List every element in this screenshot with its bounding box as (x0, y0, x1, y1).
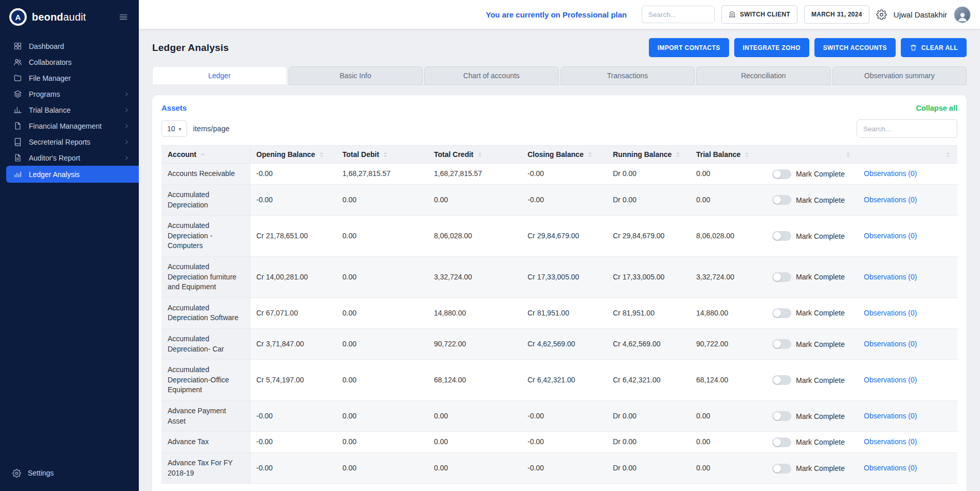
observations-link[interactable]: Observations (0) (864, 340, 917, 348)
switch-accounts-button[interactable]: SWITCH ACCOUNTS (814, 38, 896, 57)
running-balance-cell: Cr 4,62,569.00 (607, 329, 690, 360)
mark-complete-toggle[interactable] (772, 437, 791, 447)
clear-all-button[interactable]: CLEAR ALL (901, 38, 967, 57)
brand-logo[interactable]: A beondaudit (9, 8, 86, 26)
column-header-running-balance[interactable]: Running Balance (607, 146, 690, 164)
sidebar-item-auditor-s-report[interactable]: Auditor's Report (0, 150, 139, 166)
observations-cell: Observations (0) (858, 185, 957, 216)
switch-client-button[interactable]: SWITCH CLIENT (721, 5, 797, 24)
sidebar-item-financial-management[interactable]: Financial Management (0, 118, 139, 134)
integrate-zoho-button[interactable]: INTEGRATE ZOHO (734, 38, 809, 57)
column-header-total-credit[interactable]: Total Credit (428, 146, 521, 164)
opening-balance-cell: -0.00 (250, 401, 336, 432)
gear-icon[interactable] (876, 9, 887, 20)
column-header-total-debit[interactable]: Total Debit (336, 146, 428, 164)
mark-complete-toggle[interactable] (772, 339, 791, 349)
user-name: Ujwal Dastakhir (894, 10, 947, 19)
toggle-knob (773, 170, 781, 178)
tab-label: Reconciliation (741, 72, 786, 80)
chevron-right-icon (123, 91, 130, 97)
mark-complete-toggle[interactable] (772, 411, 791, 421)
mark-complete-toggle[interactable] (772, 272, 791, 282)
mark-complete-cell: Mark Complete (766, 329, 858, 360)
sidebar-item-label: Programs (29, 90, 60, 98)
observations-link[interactable]: Observations (0) (864, 309, 917, 317)
closing-balance-cell: Cr 29,84,679.00 (521, 216, 607, 257)
report-icon (13, 153, 22, 162)
observations-cell: Observations (0) (858, 257, 957, 298)
observations-link[interactable]: Observations (0) (864, 169, 917, 178)
column-header-trial-balance[interactable]: Trial Balance (690, 146, 766, 164)
sidebar-item-ledger-analysis[interactable]: Ledger Analysis (6, 166, 139, 183)
global-search-input[interactable] (642, 6, 715, 23)
mark-complete-cell: Mark Complete (766, 164, 858, 185)
table-row: Advance Tax For FY 2018-19-0.000.000.00-… (161, 453, 957, 484)
tab-transactions[interactable]: Transactions (560, 66, 695, 85)
mark-complete-cell: Mark Complete (766, 432, 858, 453)
mark-complete-toggle[interactable] (772, 308, 791, 318)
mark-complete-toggle[interactable] (772, 195, 791, 205)
tab-reconciliation[interactable]: Reconciliation (696, 66, 831, 85)
column-header-opening-balance[interactable]: Opening Balance (250, 146, 336, 164)
total-credit-cell: 0.00 (428, 401, 521, 432)
opening-balance-cell: Cr 3,71,847.00 (250, 329, 336, 360)
total-credit-cell: 0.00 (428, 432, 521, 453)
observations-link[interactable]: Observations (0) (864, 232, 917, 240)
observations-link[interactable]: Observations (0) (864, 464, 917, 472)
assets-section-link[interactable]: Assets (161, 103, 187, 112)
mark-complete-toggle[interactable] (772, 375, 791, 385)
tab-observation-summary[interactable]: Observation summary (832, 66, 967, 85)
toggle-knob (773, 376, 781, 384)
layers-icon (13, 90, 22, 98)
closing-balance-cell: -0.00 (521, 164, 607, 185)
sidebar-item-trial-balance[interactable]: Trial Balance (0, 102, 139, 118)
total-credit-cell: 68,124.00 (428, 360, 521, 401)
observations-link[interactable]: Observations (0) (864, 412, 917, 420)
page-title: Ledger Analysis (152, 42, 229, 54)
sidebar-item-label: Financial Management (29, 122, 102, 130)
sidebar-header: A beondaudit (0, 0, 139, 37)
mark-complete-toggle[interactable] (772, 231, 791, 241)
sidebar-item-settings[interactable]: Settings (0, 464, 139, 482)
column-header[interactable] (766, 146, 858, 164)
total-debit-cell: 0.00 (336, 216, 428, 257)
sort-icon (318, 151, 325, 158)
toggle-knob (773, 196, 781, 204)
observations-link[interactable]: Observations (0) (864, 273, 917, 281)
tab-basic-info[interactable]: Basic Info (288, 66, 423, 85)
button-label: INTEGRATE ZOHO (743, 44, 801, 51)
mark-complete-toggle[interactable] (772, 169, 791, 179)
collapse-all-link[interactable]: Collapse all (916, 104, 957, 112)
column-header[interactable] (858, 146, 957, 164)
table-row: Accumulated Depreciation - ComputersCr 2… (161, 216, 957, 257)
opening-balance-cell: Cr 21,78,651.00 (250, 216, 336, 257)
sidebar-item-programs[interactable]: Programs (0, 86, 139, 102)
observations-link[interactable]: Observations (0) (864, 376, 917, 384)
sidebar-item-dashboard[interactable]: Dashboard (0, 38, 139, 54)
trial-balance-cell: 0.00 (690, 164, 766, 185)
avatar[interactable] (954, 6, 971, 23)
sidebar-item-secreterial-reports[interactable]: Secreterial Reports (0, 134, 139, 150)
menu-icon[interactable] (118, 12, 129, 22)
import-contacts-button[interactable]: IMPORT CONTACTS (649, 38, 729, 57)
opening-balance-cell: Cr 5,74,197.00 (250, 360, 336, 401)
date-button[interactable]: MARCH 31, 2024 (804, 5, 869, 24)
observations-link[interactable]: Observations (0) (864, 437, 917, 446)
column-header-closing-balance[interactable]: Closing Balance (521, 146, 607, 164)
account-cell: Accumulated Depreciation furniture and E… (161, 257, 250, 298)
mark-complete-label: Mark Complete (796, 196, 845, 204)
tab-chart-of-accounts[interactable]: Chart of accounts (424, 66, 559, 85)
table-search-input[interactable] (857, 119, 957, 138)
mark-complete-label: Mark Complete (796, 464, 845, 472)
mark-complete-label: Mark Complete (796, 232, 845, 240)
tab-ledger[interactable]: Ledger (152, 66, 287, 85)
sidebar-item-file-manager[interactable]: File Manager (0, 70, 139, 86)
items-per-page-select[interactable]: 10 ▾ (161, 120, 187, 137)
observations-link[interactable]: Observations (0) (864, 196, 917, 204)
mark-complete-toggle[interactable] (772, 464, 791, 474)
sidebar-item-collaborators[interactable]: Collaborators (0, 54, 139, 70)
button-label: IMPORT CONTACTS (658, 44, 720, 51)
column-header-account[interactable]: Account (161, 146, 250, 164)
chevron-right-icon (123, 123, 130, 129)
total-debit-cell: 0.00 (336, 401, 428, 432)
